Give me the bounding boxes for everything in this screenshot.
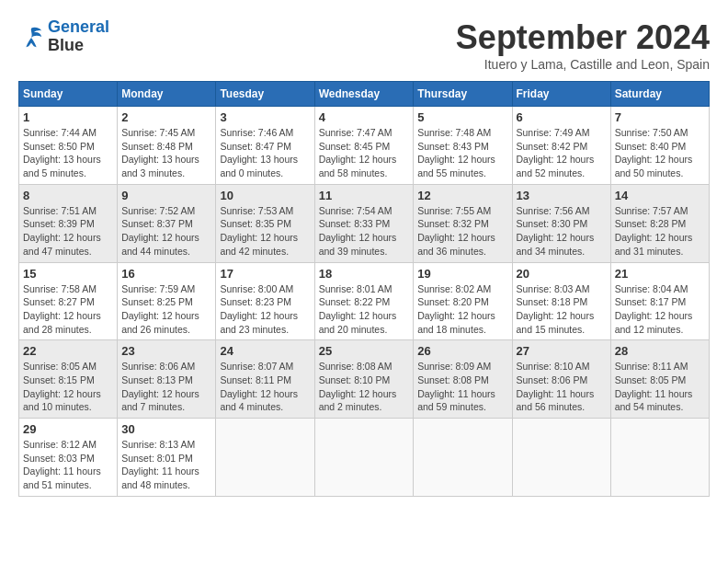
table-row: 11 Sunrise: 7:54 AM Sunset: 8:33 PM Dayl… xyxy=(314,184,414,262)
day-info: Sunrise: 7:52 AM Sunset: 8:37 PM Dayligh… xyxy=(121,204,211,259)
table-row: 24 Sunrise: 8:07 AM Sunset: 8:11 PM Dayl… xyxy=(216,340,314,419)
day-number: 1 xyxy=(23,110,113,124)
day-info: Sunrise: 7:56 AM Sunset: 8:30 PM Dayligh… xyxy=(517,204,607,259)
table-row: 27 Sunrise: 8:10 AM Sunset: 8:06 PM Dayl… xyxy=(512,340,610,419)
location-subtitle: Ituero y Lama, Castille and Leon, Spain xyxy=(456,57,710,72)
calendar-week-row: 29 Sunrise: 8:12 AM Sunset: 8:03 PM Dayl… xyxy=(19,419,710,497)
day-info: Sunrise: 7:49 AM Sunset: 8:42 PM Dayligh… xyxy=(517,126,607,180)
day-number: 26 xyxy=(417,344,507,358)
day-info: Sunrise: 7:53 AM Sunset: 8:35 PM Dayligh… xyxy=(220,204,310,259)
table-row: 4 Sunrise: 7:47 AM Sunset: 8:45 PM Dayli… xyxy=(314,107,414,185)
title-section: September 2024 Ituero y Lama, Castille a… xyxy=(456,18,710,72)
table-row: 1 Sunrise: 7:44 AM Sunset: 8:50 PM Dayli… xyxy=(19,107,118,185)
header-sunday: Sunday xyxy=(19,82,118,107)
day-number: 6 xyxy=(517,110,607,124)
day-info: Sunrise: 7:55 AM Sunset: 8:32 PM Dayligh… xyxy=(417,204,507,259)
table-row: 3 Sunrise: 7:46 AM Sunset: 8:47 PM Dayli… xyxy=(216,107,314,185)
day-info: Sunrise: 8:08 AM Sunset: 8:10 PM Dayligh… xyxy=(319,360,410,414)
logo-icon xyxy=(18,24,44,50)
day-info: Sunrise: 7:59 AM Sunset: 8:25 PM Dayligh… xyxy=(121,282,211,337)
day-info: Sunrise: 7:46 AM Sunset: 8:47 PM Dayligh… xyxy=(220,126,310,180)
table-row: 6 Sunrise: 7:49 AM Sunset: 8:42 PM Dayli… xyxy=(512,107,610,185)
day-number: 3 xyxy=(220,110,310,124)
day-number: 21 xyxy=(615,267,705,281)
day-info: Sunrise: 8:10 AM Sunset: 8:06 PM Dayligh… xyxy=(517,360,607,414)
calendar-table: Sunday Monday Tuesday Wednesday Thursday… xyxy=(18,81,710,497)
day-info: Sunrise: 8:11 AM Sunset: 8:05 PM Dayligh… xyxy=(615,360,705,414)
day-info: Sunrise: 8:02 AM Sunset: 8:20 PM Dayligh… xyxy=(417,282,507,337)
table-row: 8 Sunrise: 7:51 AM Sunset: 8:39 PM Dayli… xyxy=(19,184,118,262)
calendar-week-row: 22 Sunrise: 8:05 AM Sunset: 8:15 PM Dayl… xyxy=(19,340,710,419)
day-number: 29 xyxy=(23,422,113,436)
day-info: Sunrise: 8:09 AM Sunset: 8:08 PM Dayligh… xyxy=(417,360,507,414)
day-info: Sunrise: 7:45 AM Sunset: 8:48 PM Dayligh… xyxy=(121,126,211,180)
day-info: Sunrise: 8:13 AM Sunset: 8:01 PM Dayligh… xyxy=(121,438,211,492)
calendar-week-row: 8 Sunrise: 7:51 AM Sunset: 8:39 PM Dayli… xyxy=(19,184,710,262)
day-number: 20 xyxy=(517,267,607,281)
day-info: Sunrise: 8:03 AM Sunset: 8:18 PM Dayligh… xyxy=(517,282,607,337)
header-wednesday: Wednesday xyxy=(314,82,414,107)
day-number: 25 xyxy=(319,344,410,358)
day-info: Sunrise: 7:50 AM Sunset: 8:40 PM Dayligh… xyxy=(615,126,705,180)
day-number: 2 xyxy=(121,110,211,124)
logo: General Blue xyxy=(18,18,109,55)
day-info: Sunrise: 8:01 AM Sunset: 8:22 PM Dayligh… xyxy=(319,282,410,337)
day-info: Sunrise: 7:51 AM Sunset: 8:39 PM Dayligh… xyxy=(23,204,113,259)
day-number: 11 xyxy=(319,189,410,202)
day-number: 4 xyxy=(319,110,410,124)
day-number: 12 xyxy=(417,189,507,202)
table-row: 21 Sunrise: 8:04 AM Sunset: 8:17 PM Dayl… xyxy=(610,262,709,340)
day-number: 10 xyxy=(220,189,310,202)
day-number: 17 xyxy=(220,267,310,281)
table-row: 20 Sunrise: 8:03 AM Sunset: 8:18 PM Dayl… xyxy=(512,262,610,340)
day-info: Sunrise: 7:54 AM Sunset: 8:33 PM Dayligh… xyxy=(319,204,410,259)
table-row: 18 Sunrise: 8:01 AM Sunset: 8:22 PM Dayl… xyxy=(314,262,414,340)
calendar-header-row: Sunday Monday Tuesday Wednesday Thursday… xyxy=(19,82,710,107)
table-row: 28 Sunrise: 8:11 AM Sunset: 8:05 PM Dayl… xyxy=(610,340,709,419)
month-title: September 2024 xyxy=(456,18,710,57)
day-number: 16 xyxy=(121,267,211,281)
day-number: 18 xyxy=(319,267,410,281)
day-info: Sunrise: 8:12 AM Sunset: 8:03 PM Dayligh… xyxy=(23,438,113,492)
table-row: 14 Sunrise: 7:57 AM Sunset: 8:28 PM Dayl… xyxy=(610,184,709,262)
day-number: 15 xyxy=(23,267,113,281)
day-info: Sunrise: 7:48 AM Sunset: 8:43 PM Dayligh… xyxy=(417,126,507,180)
table-row: 7 Sunrise: 7:50 AM Sunset: 8:40 PM Dayli… xyxy=(610,107,709,185)
table-row xyxy=(512,419,610,497)
table-row: 2 Sunrise: 7:45 AM Sunset: 8:48 PM Dayli… xyxy=(118,107,216,185)
day-info: Sunrise: 8:00 AM Sunset: 8:23 PM Dayligh… xyxy=(220,282,310,337)
header-tuesday: Tuesday xyxy=(216,82,314,107)
header-friday: Friday xyxy=(512,82,610,107)
day-number: 8 xyxy=(23,189,113,202)
table-row xyxy=(610,419,709,497)
table-row xyxy=(414,419,512,497)
day-info: Sunrise: 8:05 AM Sunset: 8:15 PM Dayligh… xyxy=(23,360,113,414)
table-row: 22 Sunrise: 8:05 AM Sunset: 8:15 PM Dayl… xyxy=(19,340,118,419)
day-info: Sunrise: 7:47 AM Sunset: 8:45 PM Dayligh… xyxy=(319,126,410,180)
table-row: 5 Sunrise: 7:48 AM Sunset: 8:43 PM Dayli… xyxy=(414,107,512,185)
day-number: 13 xyxy=(517,189,607,202)
day-info: Sunrise: 7:44 AM Sunset: 8:50 PM Dayligh… xyxy=(23,126,113,180)
table-row: 13 Sunrise: 7:56 AM Sunset: 8:30 PM Dayl… xyxy=(512,184,610,262)
day-info: Sunrise: 8:07 AM Sunset: 8:11 PM Dayligh… xyxy=(220,360,310,414)
day-info: Sunrise: 8:04 AM Sunset: 8:17 PM Dayligh… xyxy=(615,282,705,337)
table-row xyxy=(216,419,314,497)
table-row: 12 Sunrise: 7:55 AM Sunset: 8:32 PM Dayl… xyxy=(414,184,512,262)
day-number: 7 xyxy=(615,110,705,124)
day-number: 9 xyxy=(121,189,211,202)
header-thursday: Thursday xyxy=(414,82,512,107)
table-row: 15 Sunrise: 7:58 AM Sunset: 8:27 PM Dayl… xyxy=(19,262,118,340)
table-row xyxy=(314,419,414,497)
logo-line1: General xyxy=(48,17,109,36)
day-info: Sunrise: 8:06 AM Sunset: 8:13 PM Dayligh… xyxy=(121,360,211,414)
page-header: General Blue September 2024 Ituero y Lam… xyxy=(18,18,710,72)
day-info: Sunrise: 7:58 AM Sunset: 8:27 PM Dayligh… xyxy=(23,282,113,337)
table-row: 30 Sunrise: 8:13 AM Sunset: 8:01 PM Dayl… xyxy=(118,419,216,497)
header-saturday: Saturday xyxy=(610,82,709,107)
day-number: 24 xyxy=(220,344,310,358)
table-row: 19 Sunrise: 8:02 AM Sunset: 8:20 PM Dayl… xyxy=(414,262,512,340)
day-number: 19 xyxy=(417,267,507,281)
calendar-week-row: 1 Sunrise: 7:44 AM Sunset: 8:50 PM Dayli… xyxy=(19,107,710,185)
table-row: 23 Sunrise: 8:06 AM Sunset: 8:13 PM Dayl… xyxy=(118,340,216,419)
day-number: 28 xyxy=(615,344,705,358)
